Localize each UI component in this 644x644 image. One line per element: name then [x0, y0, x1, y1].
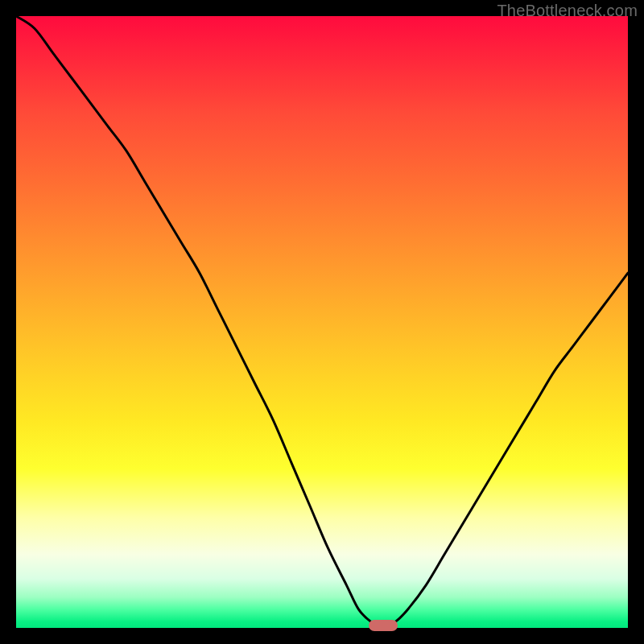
- bottleneck-curve: [16, 16, 628, 628]
- curve-svg: [16, 16, 628, 628]
- chart-frame: TheBottleneck.com: [0, 0, 644, 644]
- min-marker: [369, 620, 398, 631]
- plot-area: [16, 16, 628, 628]
